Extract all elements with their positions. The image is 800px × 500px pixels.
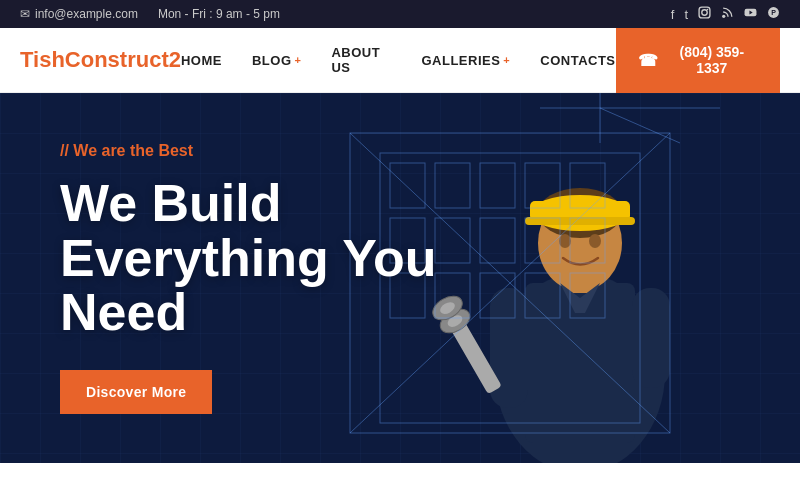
site-logo[interactable]: TishConstruct2 bbox=[20, 47, 181, 73]
nav-home[interactable]: HOME bbox=[181, 53, 222, 68]
site-header: TishConstruct2 HOME BLOG + ABOUT US GALL… bbox=[0, 28, 800, 93]
svg-line-29 bbox=[600, 108, 680, 143]
nav-blog[interactable]: BLOG + bbox=[252, 53, 302, 68]
top-bar-contact: ✉ info@example.com Mon - Fri : 9 am - 5 … bbox=[20, 7, 280, 21]
youtube-icon[interactable] bbox=[744, 6, 757, 22]
svg-point-3 bbox=[722, 15, 725, 18]
svg-point-1 bbox=[702, 10, 707, 15]
galleries-dropdown-indicator: + bbox=[503, 54, 510, 66]
svg-point-2 bbox=[707, 9, 709, 11]
email-address: info@example.com bbox=[35, 7, 138, 21]
svg-rect-24 bbox=[570, 273, 605, 318]
rss-icon[interactable] bbox=[721, 6, 734, 22]
hero-content: // We are the Best We Build Everything Y… bbox=[0, 142, 500, 414]
facebook-icon[interactable]: f bbox=[671, 7, 675, 22]
email-info: ✉ info@example.com bbox=[20, 7, 138, 21]
hours-text: Mon - Fri : 9 am - 5 pm bbox=[158, 7, 280, 21]
phone-number: (804) 359-1337 bbox=[666, 44, 758, 76]
phone-icon: ☎ bbox=[638, 51, 658, 70]
social-links[interactable]: f t P bbox=[671, 6, 780, 22]
main-nav: HOME BLOG + ABOUT US GALLERIES + CONTACT… bbox=[181, 45, 616, 75]
pinterest-icon[interactable]: P bbox=[767, 6, 780, 22]
discover-button[interactable]: Discover More bbox=[60, 370, 212, 414]
svg-rect-0 bbox=[699, 7, 710, 18]
svg-rect-13 bbox=[525, 163, 560, 208]
blog-dropdown-indicator: + bbox=[295, 54, 302, 66]
nav-galleries[interactable]: GALLERIES + bbox=[421, 53, 510, 68]
business-hours: Mon - Fri : 9 am - 5 pm bbox=[158, 7, 280, 21]
hero-section: // We are the Best We Build Everything Y… bbox=[0, 93, 800, 463]
phone-button[interactable]: ☎ (804) 359-1337 bbox=[616, 28, 780, 93]
twitter-icon[interactable]: t bbox=[684, 7, 688, 22]
nav-about[interactable]: ABOUT US bbox=[331, 45, 391, 75]
hero-subtitle: // We are the Best bbox=[60, 142, 440, 160]
instagram-icon[interactable] bbox=[698, 6, 711, 22]
svg-rect-14 bbox=[570, 163, 605, 208]
svg-rect-19 bbox=[570, 218, 605, 263]
svg-text:P: P bbox=[771, 9, 776, 16]
svg-rect-23 bbox=[525, 273, 560, 318]
hero-title: We Build Everything You Need bbox=[60, 176, 440, 340]
envelope-icon: ✉ bbox=[20, 7, 30, 21]
top-bar: ✉ info@example.com Mon - Fri : 9 am - 5 … bbox=[0, 0, 800, 28]
nav-contacts[interactable]: CONTACTS bbox=[540, 53, 615, 68]
